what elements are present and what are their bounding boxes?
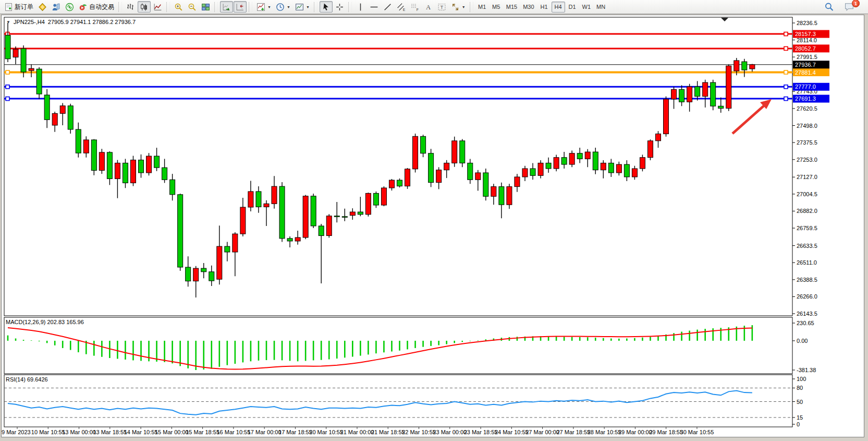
timeframe-h1-button[interactable]: H1 xyxy=(537,2,551,13)
notifications-button[interactable]: 1 xyxy=(842,1,857,13)
svg-text:100: 100 xyxy=(797,376,806,382)
cursor-icon xyxy=(322,3,331,11)
search-button[interactable] xyxy=(822,1,836,13)
indicators-button[interactable]: ▼ xyxy=(254,1,273,13)
templates-button[interactable]: ▼ xyxy=(293,1,312,13)
price-tag-label: 27777.0 xyxy=(795,84,816,90)
notification-badge: 1 xyxy=(852,0,860,7)
signal-icon xyxy=(65,3,74,11)
trendline-icon xyxy=(383,3,392,11)
cursor-button[interactable] xyxy=(320,1,333,13)
timeframe-m15-button[interactable]: M15 xyxy=(504,2,520,13)
chevron-down-icon[interactable]: ▼ xyxy=(287,5,290,9)
auto-scroll-button[interactable] xyxy=(220,1,233,13)
bar-chart-icon xyxy=(126,3,135,11)
tile-windows-button[interactable] xyxy=(199,1,212,13)
time-tick-label: 21 Mar 18:55 xyxy=(371,429,405,435)
price-tag-label: 27881.4 xyxy=(795,69,816,76)
horizontal-line-button[interactable] xyxy=(368,1,381,13)
time-tick-label: 10 Mar 10:55 xyxy=(31,429,65,435)
indicators-icon xyxy=(256,3,265,11)
time-tick-label: 24 Mar 10:55 xyxy=(495,429,529,435)
line-handle xyxy=(784,97,788,101)
price-tick-label: 26388.5 xyxy=(797,277,817,283)
arrows-button[interactable]: ▼ xyxy=(449,1,468,13)
toolbar-separator xyxy=(249,2,252,12)
time-tick-label: 13 Mar 18:55 xyxy=(93,429,127,435)
chevron-down-icon[interactable]: ▼ xyxy=(462,5,466,9)
panel-frames xyxy=(4,17,792,427)
svg-text:A: A xyxy=(426,4,431,11)
svg-text:0: 0 xyxy=(797,421,800,427)
toolbar-separator xyxy=(348,2,352,12)
text-label-button[interactable]: T xyxy=(435,1,448,13)
equidistant-channel-button[interactable]: E xyxy=(395,1,408,13)
new-order-icon xyxy=(4,3,13,11)
toolbar-separator xyxy=(470,2,473,12)
timeframe-m5-button[interactable]: M5 xyxy=(490,2,503,13)
rsi-axis[interactable]: 1008050150 xyxy=(792,376,806,427)
line-handle xyxy=(6,97,9,101)
macd-axis[interactable]: 230.650.00-381.38 xyxy=(792,320,816,373)
timeframe-mn-button[interactable]: MN xyxy=(594,2,608,13)
timeframe-d1-button[interactable]: D1 xyxy=(566,2,579,13)
price-tick-label: 27127.0 xyxy=(797,174,817,180)
line-chart-button[interactable] xyxy=(151,1,164,13)
vertical-line-button[interactable] xyxy=(354,1,367,13)
signals-button[interactable] xyxy=(63,1,76,13)
timeframe-h4-button[interactable]: H4 xyxy=(552,2,565,13)
zoom-in-button[interactable] xyxy=(172,1,185,13)
price-tag-label: 27936.7 xyxy=(795,62,816,68)
data-window-icon xyxy=(52,3,60,11)
candlestick-chart-button[interactable] xyxy=(138,1,151,13)
price-tick-label: 26759.5 xyxy=(797,225,817,231)
timeframe-m1-button[interactable]: M1 xyxy=(475,2,489,13)
timeframe-w1-button[interactable]: W1 xyxy=(580,2,594,13)
fibonacci-button[interactable]: F xyxy=(408,1,421,13)
periods-button[interactable]: ▼ xyxy=(274,1,292,13)
auto-trading-button[interactable]: 自动交易 xyxy=(77,1,116,13)
time-axis[interactable]: 9 Mar 202310 Mar 10:5513 Mar 00:0013 Mar… xyxy=(2,427,714,435)
toolbar-separator xyxy=(214,2,218,12)
crosshair-button[interactable] xyxy=(333,1,346,13)
chart-shift-button[interactable] xyxy=(234,1,247,13)
arrows-icon xyxy=(451,3,460,11)
price-tick-label: 26266.0 xyxy=(797,293,817,300)
zoom-out-icon xyxy=(188,3,197,11)
time-tick-label: 9 Mar 2023 xyxy=(2,429,31,435)
time-tick-label: 30 Mar 10:55 xyxy=(680,429,714,435)
chevron-down-icon[interactable]: ▼ xyxy=(306,5,310,9)
vertical-line-icon xyxy=(356,3,365,11)
crosshair-icon xyxy=(335,3,344,11)
bar-chart-button[interactable] xyxy=(124,1,137,13)
price-tag-label: 28157.3 xyxy=(795,31,816,37)
line-handle xyxy=(6,85,9,89)
price-tick-label: 27991.5 xyxy=(797,54,817,60)
price-tick-label: 26882.0 xyxy=(797,208,817,214)
time-tick-label: 17 Mar 00:00 xyxy=(248,429,282,435)
time-tick-label: 23 Mar 18:55 xyxy=(464,429,498,435)
price-tick-label: 27375.5 xyxy=(797,139,817,146)
channel-icon: E xyxy=(397,3,406,11)
timeframe-m30-button[interactable]: M30 xyxy=(520,2,536,13)
fibonacci-icon: F xyxy=(410,3,419,11)
svg-text:-381.38: -381.38 xyxy=(797,367,816,373)
main-toolbar: 新订单自动交易▼▼▼EFAT▼M1M5M15M30H1H4D1W1MN1 xyxy=(0,0,868,14)
price-tick-label: 27498.0 xyxy=(797,123,817,129)
new-order-button[interactable]: 新订单 xyxy=(2,1,35,13)
line-chart-icon xyxy=(153,3,162,11)
svg-text:E: E xyxy=(403,7,406,11)
svg-text:15: 15 xyxy=(797,414,803,421)
zoom-out-button[interactable] xyxy=(186,1,199,13)
data-window-button[interactable] xyxy=(50,1,63,13)
time-tick-label: 16 Mar 10:55 xyxy=(216,429,250,435)
chevron-down-icon[interactable]: ▼ xyxy=(267,5,271,9)
svg-text:T: T xyxy=(440,4,443,10)
templates-icon xyxy=(295,3,304,11)
mt4-terminal: { "toolbar": { "groups": [ {"name":"trad… xyxy=(0,0,868,441)
price-chart-canvas[interactable]: 28236.528114.027991.527869.027743.027620… xyxy=(0,15,868,441)
text-icon: A xyxy=(424,3,433,11)
trendline-button[interactable] xyxy=(381,1,394,13)
market-watch-button[interactable] xyxy=(36,1,49,13)
text-button[interactable]: A xyxy=(422,1,435,13)
